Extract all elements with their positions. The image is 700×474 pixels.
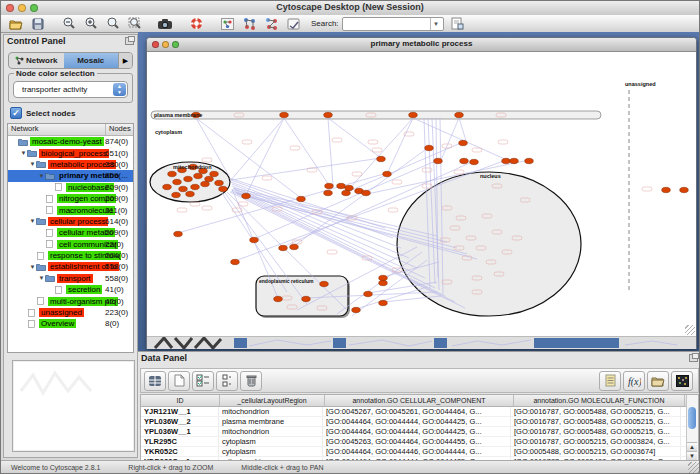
network-node[interactable]: [168, 171, 177, 176]
select-nodes-checkbox[interactable]: ✓: [10, 107, 22, 119]
network-node[interactable]: [337, 183, 346, 188]
search-dropdown-icon[interactable]: ▾: [430, 18, 442, 30]
network-node[interactable]: [510, 158, 519, 163]
network-node[interactable]: [186, 191, 195, 196]
network-edge[interactable]: [231, 158, 381, 180]
search-input[interactable]: ▾: [342, 17, 444, 31]
network-node[interactable]: [324, 112, 333, 117]
minimized-window-titlebar[interactable]: [333, 338, 346, 348]
attribute-checklist-icon[interactable]: [192, 371, 214, 391]
zoom-out-icon[interactable]: [58, 16, 79, 31]
network-node[interactable]: [184, 176, 193, 181]
network-node[interactable]: [455, 112, 464, 117]
minimized-window-titlebar[interactable]: [234, 338, 247, 348]
expand-arrow-icon[interactable]: ▼: [20, 150, 27, 156]
tree-row[interactable]: macromolecule311(0): [8, 204, 133, 215]
minimized-window-titlebar[interactable]: [434, 338, 447, 348]
tree-row[interactable]: unassigned223(0): [8, 307, 133, 318]
network-node[interactable]: [352, 307, 361, 312]
advanced-search-icon[interactable]: [447, 16, 468, 31]
scrollbar-thumb[interactable]: [688, 407, 696, 429]
network-edge[interactable]: [356, 287, 427, 309]
table-row[interactable]: YLR295Ccytoplasm[GO:0045263, GO:0044464,…: [141, 437, 698, 447]
open-folder-icon[interactable]: [5, 16, 26, 31]
network-node[interactable]: [325, 183, 334, 188]
network-node[interactable]: [379, 275, 388, 280]
zoom-fit-icon[interactable]: [124, 16, 145, 31]
network-node[interactable]: [362, 190, 371, 195]
tree-row[interactable]: cellular metabo209(0): [8, 227, 133, 238]
network-node[interactable]: [242, 193, 251, 198]
table-scrollbar[interactable]: ▲ ▼: [686, 395, 698, 461]
network-node[interactable]: [219, 186, 228, 191]
table-column-header[interactable]: ID: [141, 395, 220, 406]
network-edge[interactable]: [413, 118, 507, 160]
network-edge[interactable]: [231, 118, 284, 180]
view-resize-grip-icon[interactable]: [685, 325, 695, 335]
network-edge[interactable]: [441, 118, 459, 160]
expand-arrow-icon[interactable]: ▼: [29, 161, 36, 167]
tab-network[interactable]: Network: [9, 53, 64, 68]
tree-row[interactable]: Overview8(0): [8, 318, 133, 329]
tree-row[interactable]: nucleobase-209(0): [8, 182, 133, 193]
tree-row[interactable]: cell communicat22(0): [8, 239, 133, 250]
network-node[interactable]: [163, 184, 172, 189]
network-node[interactable]: [279, 245, 288, 250]
tree-row[interactable]: ▼biological_process651(0): [8, 147, 133, 158]
expand-arrow-icon[interactable]: ▼: [29, 218, 36, 224]
network-node[interactable]: [174, 231, 183, 236]
attribute-editor-icon[interactable]: [599, 371, 621, 391]
network-node[interactable]: [425, 145, 434, 150]
network-node[interactable]: [460, 158, 469, 163]
network-node[interactable]: [377, 156, 386, 161]
network-node[interactable]: [680, 187, 689, 192]
tab-overflow-icon[interactable]: ▶: [118, 53, 132, 68]
network-edge[interactable]: [232, 184, 409, 258]
table-row[interactable]: YPL036W__2plasma membrane[GO:0044464, GO…: [141, 417, 698, 427]
tab-mosaic[interactable]: Mosaic: [64, 53, 119, 68]
network-node[interactable]: [324, 190, 333, 195]
float-panel-icon[interactable]: [689, 354, 698, 362]
network-node[interactable]: [379, 280, 388, 285]
network-node[interactable]: [210, 171, 219, 176]
network-node[interactable]: [173, 179, 182, 184]
network-node[interactable]: [172, 192, 181, 197]
network-node[interactable]: [470, 159, 479, 164]
network-node[interactable]: [191, 184, 200, 189]
tree-row[interactable]: mosaic-demo-yeast874(0): [8, 136, 133, 147]
network-node[interactable]: [320, 281, 329, 286]
network-node[interactable]: [179, 186, 188, 191]
network-node[interactable]: [409, 112, 418, 117]
tree-row[interactable]: secretion41(0): [8, 284, 133, 295]
tree-row[interactable]: ▼primary metabo209(...: [8, 170, 133, 181]
zoom-selected-icon[interactable]: [102, 16, 123, 31]
float-panel-icon[interactable]: [125, 37, 134, 45]
birdseye-view[interactable]: [12, 360, 135, 452]
table-row[interactable]: YPL036W__1mitochondrion[GO:0044464, GO:0…: [141, 427, 698, 437]
table-row[interactable]: YJR121W__1mitochondrion[GO:0045267, GO:0…: [141, 407, 698, 417]
tree-row[interactable]: ▼cellular process614(0): [8, 216, 133, 227]
formula-builder-icon[interactable]: f(x): [623, 371, 645, 391]
network-node[interactable]: [201, 181, 210, 186]
network-node[interactable]: [383, 171, 392, 176]
attribute-matrix-icon[interactable]: [671, 371, 693, 391]
minimized-window-titlebar[interactable]: [534, 338, 619, 348]
tree-row[interactable]: nitrogen compo209(0): [8, 193, 133, 204]
network-node[interactable]: [662, 187, 671, 192]
tree-row[interactable]: response to stimulu264(0): [8, 250, 133, 261]
table-row[interactable]: YKR052Ccytoplasm[GO:0044464, GO:0044446,…: [141, 447, 698, 457]
expand-arrow-icon[interactable]: ▼: [29, 264, 36, 270]
node-color-attribute-select[interactable]: transporter activity ▲▼: [13, 81, 128, 98]
expand-arrow-icon[interactable]: ▼: [38, 275, 45, 281]
network-node[interactable]: [459, 140, 468, 145]
network-node[interactable]: [364, 291, 373, 296]
network-edge[interactable]: [284, 118, 329, 185]
row-checklist-icon[interactable]: [216, 371, 238, 391]
window-resize-grip-icon[interactable]: [688, 462, 699, 473]
network-node[interactable]: [525, 158, 534, 163]
select-from-network-icon[interactable]: [261, 16, 282, 31]
annotation-icon[interactable]: [283, 16, 304, 31]
tree-col-network[interactable]: Network: [8, 124, 106, 135]
vizmapper-icon[interactable]: [217, 16, 238, 31]
zoom-in-icon[interactable]: [80, 16, 101, 31]
